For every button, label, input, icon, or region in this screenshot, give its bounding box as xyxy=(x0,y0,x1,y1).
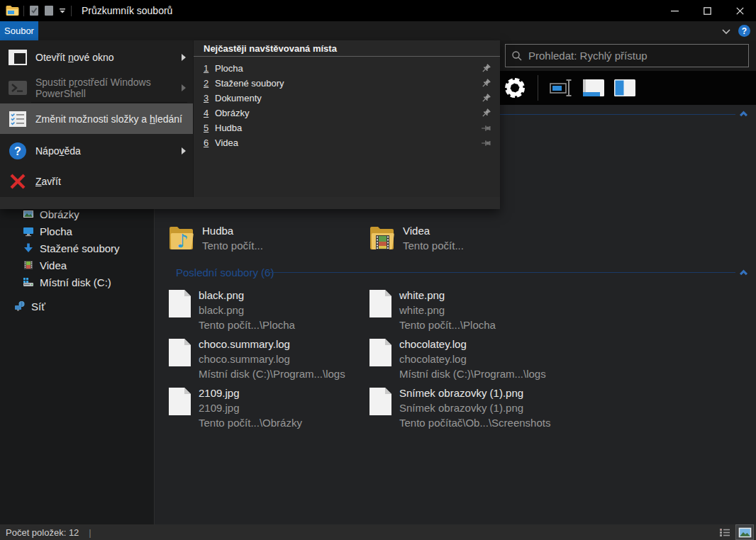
svg-text:?: ? xyxy=(14,145,21,157)
file-icon xyxy=(369,338,392,367)
ribbon-separator xyxy=(538,75,538,101)
collapse-group-chevron-icon[interactable] xyxy=(738,267,750,277)
file-icon xyxy=(168,289,191,318)
properties-icon[interactable] xyxy=(28,5,40,16)
videos-folder-icon xyxy=(369,223,396,253)
close-red-icon xyxy=(7,172,28,191)
group-header-rule xyxy=(267,272,735,273)
search-icon xyxy=(511,50,523,62)
folder-tile-videos[interactable]: Videa Tento počít... xyxy=(369,223,464,253)
thumbnail-view-button[interactable] xyxy=(736,525,753,539)
rename-pane-icon[interactable] xyxy=(550,77,574,99)
file-icon xyxy=(168,338,191,367)
recent-file-black-png[interactable]: black.png black.png Tento počít...\Ploch… xyxy=(168,288,369,337)
music-folder-icon: ♪ xyxy=(168,223,195,253)
new-window-icon xyxy=(7,48,28,67)
search-input[interactable] xyxy=(528,50,743,62)
window-title: Průzkumník souborů xyxy=(82,5,172,16)
file-icon xyxy=(369,289,392,318)
details-view-button[interactable] xyxy=(716,525,733,539)
statusbar-separator: | xyxy=(89,527,91,538)
window-controls xyxy=(658,0,756,21)
status-bar: Počet položek: 12 | xyxy=(0,524,756,540)
svg-text:♪: ♪ xyxy=(177,230,189,252)
recent-file-snimek-obrazovky[interactable]: Snímek obrazovky (1).png Snímek obrazovk… xyxy=(369,386,674,434)
recent-file-2109-jpg[interactable]: 2109.jpg 2109.jpg Tento počít...\Obrázky xyxy=(168,386,369,434)
pinned-pin-icon[interactable] xyxy=(480,108,491,119)
qat-separator xyxy=(71,6,72,16)
sidebar-item-videos[interactable]: Videa xyxy=(0,257,154,274)
items-count: Počet položek: 12 xyxy=(0,527,79,538)
unpinned-pin-icon[interactable] xyxy=(480,137,491,149)
pinned-pin-icon[interactable] xyxy=(480,78,491,89)
network-icon xyxy=(14,300,26,312)
submenu-arrow-icon xyxy=(182,54,186,61)
maximize-button[interactable] xyxy=(691,0,723,21)
file-explorer-window: Průzkumník souborů Soubor ? xyxy=(0,0,756,540)
sidebar-item-network[interactable]: Síť xyxy=(0,298,154,315)
menu-item-help[interactable]: ? Nápověda xyxy=(0,135,193,166)
local-disk-icon xyxy=(23,276,34,288)
file-menu-popup: Otevřít nové okno Spustit prostředí Wind… xyxy=(0,40,500,209)
options-gear-icon[interactable] xyxy=(504,76,526,100)
preview-pane-icon[interactable] xyxy=(613,78,636,98)
tile-name: Videa xyxy=(403,223,464,238)
file-icon xyxy=(369,387,392,416)
menu-item-close[interactable]: Zavřít xyxy=(0,166,193,196)
place-videa[interactable]: 6 Videa xyxy=(194,135,500,150)
qat-customize-chevron-icon[interactable] xyxy=(58,6,67,15)
tile-name: Hudba xyxy=(202,223,263,238)
folder-tile-music[interactable]: ♪ Hudba Tento počít... xyxy=(168,223,263,253)
recent-files-section-title[interactable]: Poslední soubory (6) xyxy=(176,266,274,279)
search-box[interactable] xyxy=(505,44,749,67)
recent-files-grid: black.png black.png Tento počít...\Ploch… xyxy=(168,288,674,434)
place-hudba[interactable]: 5 Hudba xyxy=(194,120,500,135)
place-dokumenty[interactable]: 3 Dokumenty xyxy=(194,91,500,106)
place-plocha[interactable]: 1 Plocha xyxy=(194,61,500,76)
place-stazene-soubory[interactable]: 2 Stažené soubory xyxy=(194,76,500,91)
downloads-icon xyxy=(23,242,34,254)
close-button[interactable] xyxy=(723,0,756,21)
tab-file[interactable]: Soubor xyxy=(0,21,38,40)
sidebar-item-desktop[interactable]: Plocha xyxy=(0,223,154,240)
videos-icon xyxy=(23,259,34,271)
help-icon: ? xyxy=(7,142,28,160)
file-menu-items: Otevřít nové okno Spustit prostředí Wind… xyxy=(0,40,193,198)
details-pane-icon[interactable] xyxy=(582,78,605,98)
menu-item-folder-options[interactable]: Změnit možnosti složky a hledání xyxy=(0,103,193,134)
place-obrazky[interactable]: 4 Obrázky xyxy=(194,106,500,120)
tile-location: Tento počít... xyxy=(202,238,263,253)
submenu-arrow-icon xyxy=(182,84,186,91)
new-folder-icon[interactable] xyxy=(44,5,54,16)
file-icon xyxy=(168,387,191,416)
sidebar-item-local-disk-c[interactable]: Místní disk (C:) xyxy=(0,274,154,291)
powershell-icon xyxy=(7,79,28,97)
folder-options-icon xyxy=(7,110,28,128)
qat-separator xyxy=(23,6,24,16)
menu-separator xyxy=(31,102,187,103)
pinned-pin-icon[interactable] xyxy=(480,93,491,104)
menu-item-open-new-window[interactable]: Otevřít nové okno xyxy=(0,42,193,72)
unpinned-pin-icon[interactable] xyxy=(480,123,491,134)
frequent-places-title: Nejčastěji navštěvovaná místa xyxy=(194,40,500,57)
frequent-places-panel: Nejčastěji navštěvovaná místa 1 Plocha 2… xyxy=(193,40,500,197)
menu-item-powershell[interactable]: Spustit prostředí Windows PowerShell xyxy=(0,72,193,103)
pinned-pin-icon[interactable] xyxy=(480,63,491,74)
collapse-group-chevron-icon[interactable] xyxy=(738,108,750,118)
recent-file-white-png[interactable]: white.png white.png Tento počít...\Ploch… xyxy=(369,288,674,337)
explorer-app-icon xyxy=(6,5,19,16)
ribbon-tab-row: Soubor ? xyxy=(0,21,756,40)
tile-location: Tento počít... xyxy=(403,238,464,253)
quick-access-toolbar xyxy=(0,5,72,16)
minimize-button[interactable] xyxy=(658,0,691,21)
desktop-icon xyxy=(23,225,34,237)
ribbon-help-icon[interactable]: ? xyxy=(738,25,750,37)
titlebar: Průzkumník souborů xyxy=(0,0,756,21)
sidebar-item-downloads[interactable]: Stažené soubory xyxy=(0,240,154,257)
menu-bottom-strip xyxy=(0,197,500,209)
pictures-icon xyxy=(23,208,34,220)
recent-file-chocolatey-log[interactable]: chocolatey.log chocolatey.log Místní dis… xyxy=(369,337,674,386)
ribbon-collapse-chevron-icon[interactable] xyxy=(721,26,732,37)
submenu-arrow-icon xyxy=(182,147,186,154)
recent-file-choco-summary-log[interactable]: choco.summary.log choco.summary.log Míst… xyxy=(168,337,369,386)
